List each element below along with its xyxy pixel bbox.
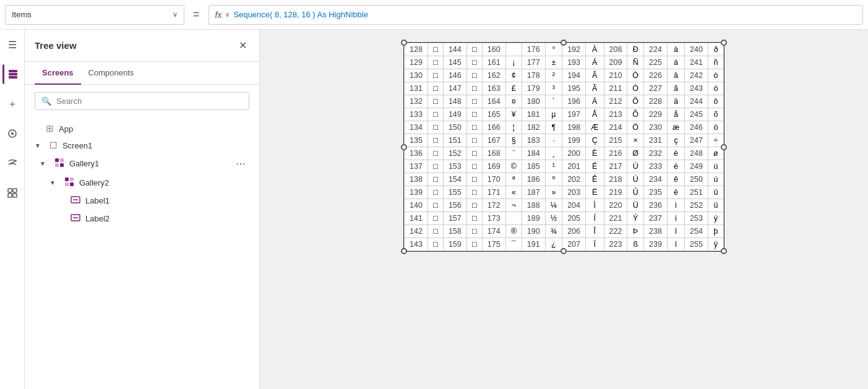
tree-container: ⊞ App ▼ ☐ Screen1 ▼ [25,118,259,389]
search-box[interactable]: 🔍 [35,92,249,110]
cell-number: 201 [562,160,586,173]
cell-number: 160 [482,43,505,56]
tree-item-screen1[interactable]: ▼ ☐ Screen1 [25,137,259,153]
cell-symbol: ´ [545,95,562,108]
cell-symbol: ¾ [545,225,562,238]
tree-item-gallery2[interactable]: ▼ Gallery2 [25,174,259,192]
panel-close-button[interactable]: ✕ [236,37,249,54]
cell-number: 175 [482,238,505,251]
cell-symbol: å [667,108,684,121]
svg-rect-13 [65,177,69,181]
cell-symbol: ¡ [505,56,522,69]
cell-number: 196 [562,95,586,108]
main-content: ☰ ＋ [0,30,868,389]
cell-number: 217 [604,160,627,173]
cell-symbol: □ [466,160,482,173]
cell-symbol: □ [428,173,443,186]
cell-symbol: à [667,43,684,56]
panel-title: Tree view [35,40,77,51]
cell-number: 255 [685,238,708,251]
screen1-label: Screen1 [62,141,249,150]
handle-top-left[interactable] [401,40,407,46]
cell-number: 178 [522,69,545,82]
cell-symbol: □ [428,238,443,251]
cell-symbol: Ç [586,134,604,147]
cell-symbol: ù [708,160,723,173]
cell-number: 174 [482,225,505,238]
dropdown-arrow-icon: ∨ [173,11,178,19]
formula-bar[interactable]: fx ∨ Sequence( 8, 128, 16 ) As HighNibbl… [208,5,863,25]
handle-middle-left[interactable] [401,144,407,150]
data-table-wrapper[interactable]: 128□144□160176°192À208Ð224à240ð129□145□1… [403,42,724,252]
cell-symbol: □ [428,121,443,134]
hamburger-icon[interactable]: ☰ [2,35,22,54]
tab-screens[interactable]: Screens [35,62,81,85]
cell-symbol: Ù [627,160,644,173]
table-row: 141□157□173189½205Í221Ý237í253ý [405,212,724,225]
handle-bottom-right[interactable] [721,248,727,254]
component-icon[interactable] [2,124,22,143]
cell-number: 135 [405,134,428,147]
cell-symbol: õ [708,108,723,121]
svg-rect-16 [70,182,74,186]
cell-symbol: Ð [627,43,644,56]
cell-number: 251 [685,186,708,199]
cell-symbol: □ [428,82,443,95]
cell-number: 166 [482,121,505,134]
table-row: 137□153□169©185¹201É217Ù233é249ù [405,160,724,173]
cell-symbol [505,212,522,225]
tab-components[interactable]: Components [81,62,142,85]
cell-symbol: □ [466,147,482,160]
cell-symbol: □ [428,160,443,173]
cell-symbol: ç [667,134,684,147]
cell-number: 237 [644,212,668,225]
svg-rect-1 [9,73,17,75]
cell-number: 194 [562,69,586,82]
cell-symbol: Õ [627,108,644,121]
cell-symbol: Ï [586,238,604,251]
tree-item-label1[interactable]: Label1 [25,192,259,210]
handle-bottom-middle[interactable] [561,248,567,254]
handle-top-right[interactable] [721,40,727,46]
grid-icon[interactable] [2,183,22,203]
cell-number: 219 [604,186,627,199]
tree-item-app[interactable]: ⊞ App [25,120,259,137]
gallery2-chevron-icon: ▼ [49,179,56,186]
cell-number: 216 [604,147,627,160]
cell-symbol: □ [466,43,482,56]
cell-number: 179 [522,82,545,95]
search-input[interactable] [56,96,243,106]
cell-number: 169 [482,160,505,173]
cell-number: 158 [443,225,466,238]
tree-item-gallery1[interactable]: ▼ Gallery1 ⋯ [25,153,259,174]
plus-icon[interactable]: ＋ [2,94,22,114]
gallery1-more-button[interactable]: ⋯ [232,156,249,171]
handle-middle-right[interactable] [721,144,727,150]
cell-number: 149 [443,108,466,121]
cell-number: 172 [482,199,505,212]
cell-symbol: □ [466,69,482,82]
items-dropdown[interactable]: Items ∨ [5,5,184,25]
variable-icon[interactable] [2,153,22,173]
layers-icon[interactable] [2,64,22,84]
cell-symbol: Ü [627,199,644,212]
cell-number: 233 [644,160,668,173]
cell-symbol: ¯ [505,238,522,251]
side-panel: Tree view ✕ Screens Components 🔍 ⊞ App ▼… [25,30,260,389]
cell-symbol: ¦ [505,121,522,134]
cell-symbol: □ [428,43,443,56]
cell-number: 145 [443,56,466,69]
cell-number: 211 [604,82,627,95]
cell-number: 182 [522,121,545,134]
cell-symbol: Û [627,186,644,199]
top-bar: Items ∨ = fx ∨ Sequence( 8, 128, 16 ) As… [0,0,868,30]
cell-number: 131 [405,82,428,95]
cell-number: 225 [644,56,668,69]
cell-number: 164 [482,95,505,108]
cell-symbol: □ [428,134,443,147]
search-icon: 🔍 [41,96,51,106]
cell-number: 238 [644,225,668,238]
tree-item-label2[interactable]: Label2 [25,210,259,228]
handle-bottom-left[interactable] [401,248,407,254]
cell-symbol: ® [505,225,522,238]
